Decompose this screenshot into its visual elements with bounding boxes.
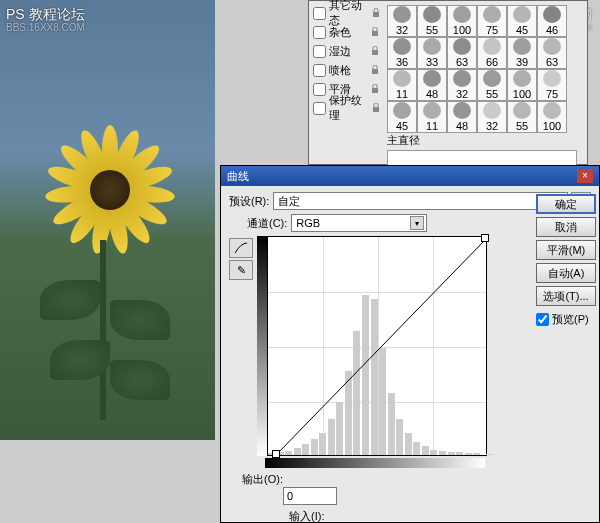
auto-button[interactable]: 自动(A): [536, 263, 596, 283]
brush-size: 32: [396, 24, 408, 36]
dialog-buttons: 确定 取消 平滑(M) 自动(A) 选项(T)... 预览(P): [532, 165, 600, 333]
brush-preset[interactable]: 46: [537, 5, 567, 37]
curve-line: [268, 237, 486, 455]
brush-option-checkbox[interactable]: [313, 7, 326, 20]
curve-point-highlight[interactable]: [481, 234, 489, 242]
channel-combo[interactable]: RGB ▾: [291, 214, 427, 232]
channel-label: 通道(C):: [247, 216, 287, 231]
brush-size: 63: [456, 56, 468, 68]
brush-option[interactable]: 保护纹理: [313, 100, 380, 116]
brush-preset[interactable]: 36: [387, 37, 417, 69]
brush-size: 63: [546, 56, 558, 68]
lock-icon: [371, 8, 380, 18]
preset-value: 自定: [278, 194, 300, 209]
brush-option[interactable]: 喷枪: [313, 62, 380, 78]
brush-size: 55: [426, 24, 438, 36]
brush-option-checkbox[interactable]: [313, 45, 326, 58]
brush-preset[interactable]: 66: [477, 37, 507, 69]
brush-preset[interactable]: 55: [477, 69, 507, 101]
brush-size: 32: [456, 88, 468, 100]
brush-preset[interactable]: 63: [537, 37, 567, 69]
svg-rect-0: [373, 12, 379, 17]
output-field[interactable]: [283, 487, 337, 505]
brush-size: 100: [513, 88, 531, 100]
brush-preset[interactable]: 55: [417, 5, 447, 37]
lock-icon: [370, 65, 380, 75]
channel-value: RGB: [296, 217, 320, 229]
brush-preset-grid[interactable]: 3255100754546363363663963114832551007545…: [387, 5, 582, 133]
brush-size: 66: [486, 56, 498, 68]
preview-checkbox[interactable]: [536, 313, 549, 326]
brush-size: 55: [486, 88, 498, 100]
brush-preset[interactable]: 32: [387, 5, 417, 37]
chevron-down-icon[interactable]: ▾: [410, 216, 424, 230]
svg-rect-1: [372, 31, 378, 36]
brush-size: 75: [486, 24, 498, 36]
brush-options-list: 其它动态杂色湿边喷枪平滑保护纹理: [309, 1, 384, 166]
options-button[interactable]: 选项(T)...: [536, 286, 596, 306]
curve-tool-icon[interactable]: [229, 238, 253, 258]
brush-preset[interactable]: 45: [507, 5, 537, 37]
brush-option-checkbox[interactable]: [313, 26, 326, 39]
brush-size: 11: [396, 88, 408, 100]
leaf: [110, 360, 170, 400]
brush-option-label: 喷枪: [329, 63, 351, 78]
brush-size: 36: [396, 56, 408, 68]
gradient-horizontal: [265, 458, 485, 468]
leaf: [40, 280, 100, 320]
brush-size: 48: [426, 88, 438, 100]
preset-label: 预设(R):: [229, 194, 269, 209]
brush-option-checkbox[interactable]: [313, 83, 326, 96]
brush-size: 45: [516, 24, 528, 36]
lock-icon: [370, 46, 380, 56]
gradient-vertical: [257, 236, 267, 456]
brush-preset[interactable]: 100: [507, 69, 537, 101]
svg-line-6: [276, 239, 486, 455]
brush-preset[interactable]: 39: [507, 37, 537, 69]
stem: [100, 240, 106, 420]
brush-preset[interactable]: 75: [537, 69, 567, 101]
brush-preset[interactable]: 33: [417, 37, 447, 69]
leaf: [110, 300, 170, 340]
brush-size: 46: [546, 24, 558, 36]
brush-option-label: 保护纹理: [329, 93, 371, 123]
brush-panel: 其它动态杂色湿边喷枪平滑保护纹理 32551007545463633636639…: [308, 0, 588, 165]
input-label: 输入(I):: [289, 509, 324, 523]
curve-point-shadow[interactable]: [272, 450, 280, 458]
preview-label: 预览(P): [552, 312, 589, 327]
ok-button[interactable]: 确定: [536, 194, 596, 214]
curves-graph[interactable]: [267, 236, 487, 456]
svg-rect-3: [372, 69, 378, 74]
brush-preset[interactable]: 100: [447, 5, 477, 37]
brush-option[interactable]: 杂色: [313, 24, 380, 40]
svg-rect-2: [372, 50, 378, 55]
curves-title-text: 曲线: [227, 169, 249, 184]
brush-preset[interactable]: 75: [477, 5, 507, 37]
brush-option[interactable]: 其它动态: [313, 5, 380, 21]
lock-icon: [370, 27, 380, 37]
brush-preset[interactable]: 48: [417, 69, 447, 101]
svg-rect-5: [373, 107, 379, 112]
brush-option-checkbox[interactable]: [313, 102, 326, 115]
preset-combo[interactable]: 自定 ▾: [273, 192, 568, 210]
sunflower: [50, 130, 170, 250]
brush-preset[interactable]: 32: [447, 69, 477, 101]
brush-option[interactable]: 湿边: [313, 43, 380, 59]
brush-size: 100: [453, 24, 471, 36]
brush-preset[interactable]: 63: [447, 37, 477, 69]
canvas-image[interactable]: PS 教程论坛 BBS.16XX8.COM: [0, 0, 215, 440]
pencil-tool-icon[interactable]: ✎: [229, 260, 253, 280]
brush-size: 33: [426, 56, 438, 68]
cancel-button[interactable]: 取消: [536, 217, 596, 237]
watermark-topleft-url: BBS.16XX8.COM: [6, 22, 85, 33]
brush-option-checkbox[interactable]: [313, 64, 326, 77]
brush-preset[interactable]: 11: [387, 69, 417, 101]
smooth-button[interactable]: 平滑(M): [536, 240, 596, 260]
curves-graph-area: [257, 236, 489, 468]
output-label: 输出(O):: [229, 472, 283, 487]
brush-size: 75: [546, 88, 558, 100]
diameter-label: 主直径: [387, 133, 577, 148]
brush-option-label: 杂色: [329, 25, 351, 40]
lock-icon: [371, 103, 380, 113]
lock-icon: [370, 84, 380, 94]
